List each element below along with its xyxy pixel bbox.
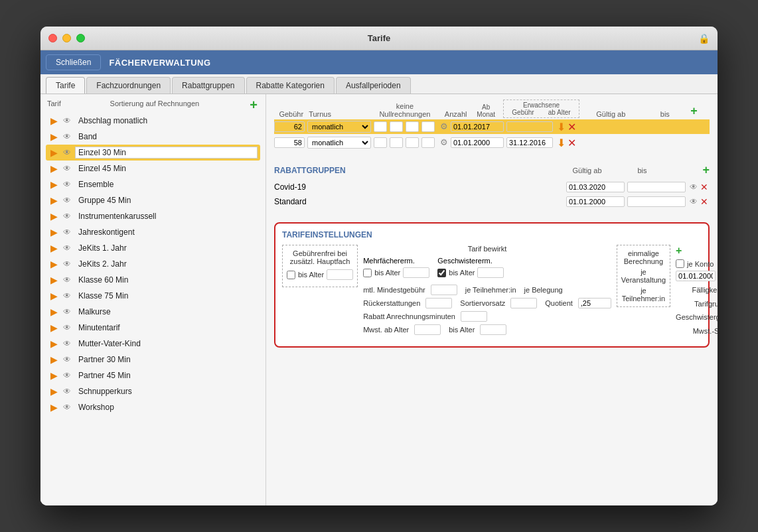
arrow-right-icon[interactable]: ▶: [48, 275, 59, 285]
list-item[interactable]: ▶ 👁 Minutentarif: [46, 320, 260, 336]
arrow-right-icon[interactable]: ▶: [48, 322, 59, 333]
null-checkbox1[interactable]: [374, 121, 387, 132]
close-button[interactable]: Schließen: [46, 54, 101, 70]
gebuehr-input[interactable]: [274, 137, 305, 148]
list-item[interactable]: ▶ 👁 Malkurse: [46, 304, 260, 320]
monat-input2[interactable]: [421, 137, 435, 148]
eye-icon[interactable]: 👁: [62, 322, 72, 333]
arrow-right-icon[interactable]: ▶: [48, 115, 59, 126]
arrow-right-icon[interactable]: ▶: [48, 147, 59, 158]
eye-icon[interactable]: 👁: [62, 211, 72, 222]
add-tarifrow-button[interactable]: +: [690, 104, 710, 118]
delete-rabatt-icon[interactable]: ✕: [699, 182, 710, 192]
turnus-select[interactable]: monatlich: [307, 121, 371, 133]
rabatt-gueltig-input[interactable]: [566, 196, 625, 207]
mehrfacherrm-checkbox[interactable]: [363, 269, 372, 277]
eye-icon[interactable]: 👁: [62, 338, 72, 349]
anzahl-input4[interactable]: [406, 137, 419, 148]
arrow-right-icon[interactable]: ▶: [48, 211, 59, 222]
down-icon[interactable]: ⬇: [556, 121, 566, 132]
bis-input[interactable]: [506, 137, 553, 148]
null-checkbox2[interactable]: [374, 137, 387, 148]
delete-icon[interactable]: ✕: [566, 121, 577, 132]
arrow-right-icon[interactable]: ▶: [48, 195, 59, 206]
eye-icon[interactable]: 👁: [62, 354, 72, 365]
list-item[interactable]: ▶ 👁 Ensemble: [46, 176, 260, 192]
arrow-right-icon[interactable]: ▶: [48, 163, 59, 174]
arrow-right-icon[interactable]: ▶: [48, 338, 59, 349]
arrow-right-icon[interactable]: ▶: [48, 306, 59, 317]
list-item[interactable]: ▶ 👁 Schnupperkurs: [46, 383, 260, 399]
monat-input1[interactable]: [421, 121, 435, 132]
rabatt-anr-input[interactable]: [461, 311, 487, 322]
anzahl-input1[interactable]: [390, 121, 403, 132]
eye-icon[interactable]: 👁: [62, 163, 72, 174]
arrow-right-icon[interactable]: ▶: [48, 259, 59, 269]
list-item[interactable]: ▶ 👁 Workshop: [46, 399, 260, 415]
eye-icon[interactable]: 👁: [62, 227, 72, 237]
gueltig-ab-input[interactable]: [451, 137, 504, 148]
add-tarif-button[interactable]: +: [248, 100, 259, 110]
rabatt-bis-input[interactable]: [627, 196, 686, 207]
mehrfacherrm-alter-input[interactable]: [403, 267, 429, 278]
maximize-button[interactable]: [76, 34, 85, 42]
gear-icon[interactable]: ⚙: [440, 121, 448, 132]
minimize-button[interactable]: [62, 34, 71, 42]
eye-icon[interactable]: 👁: [62, 275, 72, 285]
mtl-input[interactable]: [431, 285, 457, 295]
arrow-right-icon[interactable]: ▶: [48, 131, 59, 142]
mwst-bis-input[interactable]: [480, 324, 506, 335]
rabatt-bis-input[interactable]: [627, 182, 686, 192]
arrow-right-icon[interactable]: ▶: [48, 227, 59, 237]
geschwisterrm-alter-input[interactable]: [477, 267, 504, 278]
list-item[interactable]: ▶ 👁 Partner 45 Min: [46, 367, 260, 383]
list-item[interactable]: ▶ 👁 Partner 30 Min: [46, 352, 260, 367]
tab-tarife[interactable]: Tarife: [46, 77, 85, 94]
arrow-right-icon[interactable]: ▶: [48, 370, 59, 381]
mwst-ab-input[interactable]: [414, 324, 441, 335]
bis-input[interactable]: [506, 121, 553, 132]
anzahl-input3[interactable]: [390, 137, 403, 148]
eye-icon[interactable]: 👁: [62, 386, 72, 397]
tab-ausfallperioden[interactable]: Ausfallperioden: [336, 77, 411, 94]
eye-icon[interactable]: 👁: [688, 182, 699, 192]
eye-icon[interactable]: 👁: [62, 243, 72, 253]
list-item-selected[interactable]: ▶ 👁 Einzel 30 Min: [46, 145, 260, 161]
list-item[interactable]: ▶ 👁 Abschlag monatlich: [46, 113, 260, 129]
gueltig-ab-value-input[interactable]: [676, 271, 716, 281]
sortier-input[interactable]: [510, 298, 537, 308]
rabatt-gueltig-input[interactable]: [566, 182, 625, 192]
list-item[interactable]: ▶ 👁 Klasse 75 Min: [46, 288, 260, 304]
list-item[interactable]: ▶ 👁 Jahreskontigent: [46, 224, 260, 240]
arrow-right-icon[interactable]: ▶: [48, 386, 59, 397]
eye-icon[interactable]: 👁: [62, 115, 72, 126]
anzahl-input2[interactable]: [406, 121, 419, 132]
list-item[interactable]: ▶ 👁 Mutter-Vater-Kind: [46, 336, 260, 352]
list-item[interactable]: ▶ 👁 JeKits 1. Jahr: [46, 240, 260, 256]
tab-rabattgruppen[interactable]: Rabattgruppen: [172, 77, 244, 94]
quotient-input[interactable]: [578, 298, 611, 308]
gebuehr-input[interactable]: [274, 121, 305, 132]
list-item[interactable]: ▶ 👁 Gruppe 45 Min: [46, 192, 260, 208]
eye-icon[interactable]: 👁: [62, 306, 72, 317]
turnus-select[interactable]: monatlich: [307, 137, 371, 149]
gueltig-ab-input[interactable]: [451, 121, 504, 132]
delete-icon[interactable]: ✕: [566, 137, 577, 148]
list-item[interactable]: ▶ 👁 Einzel 45 Min: [46, 161, 260, 176]
arrow-right-icon[interactable]: ▶: [48, 354, 59, 365]
je-konto-checkbox[interactable]: [676, 259, 684, 268]
eye-icon[interactable]: 👁: [62, 147, 72, 158]
list-item[interactable]: ▶ 👁 Klasse 60 Min: [46, 272, 260, 288]
list-item[interactable]: ▶ 👁 JeKits 2. Jahr: [46, 256, 260, 272]
list-item[interactable]: ▶ 👁 Band: [46, 129, 260, 145]
rueck-input[interactable]: [425, 298, 452, 308]
eye-icon[interactable]: 👁: [62, 370, 72, 381]
delete-rabatt-icon[interactable]: ✕: [699, 196, 710, 207]
gebuehrenfrei-checkbox[interactable]: [287, 271, 295, 279]
arrow-right-icon[interactable]: ▶: [48, 243, 59, 253]
close-button[interactable]: [48, 34, 57, 42]
arrow-right-icon[interactable]: ▶: [48, 179, 59, 190]
eye-icon[interactable]: 👁: [62, 195, 72, 206]
arrow-right-icon[interactable]: ▶: [48, 291, 59, 301]
gear-icon[interactable]: ⚙: [440, 137, 448, 148]
